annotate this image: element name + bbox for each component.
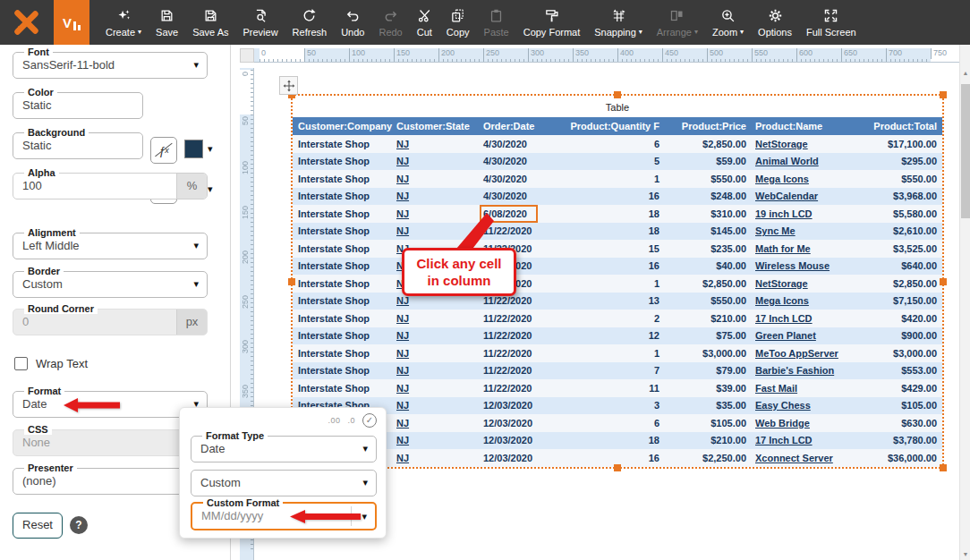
cell-quantity[interactable]: 16 xyxy=(538,449,667,467)
cell-total[interactable]: $36,000.00 xyxy=(872,449,942,467)
cell-order-date[interactable]: 11/22/2020 xyxy=(480,379,538,397)
cell-state[interactable]: NJ xyxy=(393,310,480,327)
cell-state[interactable]: NJ xyxy=(393,344,480,362)
cell-quantity[interactable]: 1 xyxy=(538,275,667,293)
cell-total[interactable]: $5,580.00 xyxy=(872,205,942,223)
decrease-decimal-icon[interactable]: .0 xyxy=(347,416,355,425)
help-icon[interactable]: ? xyxy=(70,516,88,534)
color-formula-button[interactable]: ƒx xyxy=(150,137,177,164)
cell-product-name[interactable]: Animal World xyxy=(752,153,872,171)
toolbar-button-undo[interactable]: Undo▾ xyxy=(334,0,371,45)
cell-order-date[interactable]: 12/03/2020 xyxy=(480,414,538,432)
cell-product-name[interactable]: NetStorage xyxy=(752,275,872,293)
cell-state[interactable]: NJ xyxy=(393,379,480,397)
cell-company[interactable]: Interstate Shop xyxy=(293,240,393,258)
cell-state[interactable]: NJ xyxy=(393,397,480,415)
cell-order-date[interactable]: 4/30/2020 xyxy=(480,188,538,206)
cell-price[interactable]: $75.00 xyxy=(667,327,752,345)
toolbar-button-preview[interactable]: Preview▾ xyxy=(235,0,285,45)
cell-quantity[interactable]: 18 xyxy=(538,432,667,450)
cell-total[interactable]: $420.00 xyxy=(872,310,942,327)
cell-quantity[interactable]: 5 xyxy=(538,153,667,171)
cell-state[interactable]: NJ xyxy=(393,170,480,188)
cell-state[interactable]: NJ xyxy=(393,449,480,467)
toolbar-button-zoom[interactable]: Zoom▾ xyxy=(705,0,751,45)
cell-price[interactable]: $310.00 xyxy=(667,205,752,223)
cell-price[interactable]: $40.00 xyxy=(667,258,752,276)
cell-quantity[interactable]: 6 xyxy=(538,414,667,432)
cell-price[interactable]: $145.00 xyxy=(667,223,752,241)
cell-quantity[interactable]: 6 xyxy=(538,135,667,153)
cell-company[interactable]: Interstate Shop xyxy=(293,188,393,206)
cell-quantity[interactable]: 2 xyxy=(538,310,667,327)
header-customer-company[interactable]: Customer:Company xyxy=(293,117,393,135)
cell-quantity[interactable]: 12 xyxy=(538,327,667,345)
cell-total[interactable]: $630.00 xyxy=(872,414,942,432)
cell-order-date[interactable]: 12/03/2020 xyxy=(480,449,538,467)
cell-total[interactable]: $900.00 xyxy=(872,327,942,345)
cell-product-name[interactable]: Mega Icons xyxy=(752,170,872,188)
cell-quantity[interactable]: 16 xyxy=(538,188,667,206)
cell-state[interactable]: NJ xyxy=(393,153,480,171)
format-style-select[interactable]: Custom ▾ xyxy=(191,470,377,496)
scrollbar-thumb[interactable] xyxy=(961,84,970,218)
cell-price[interactable]: $79.00 xyxy=(667,362,752,380)
cell-price[interactable]: $550.00 xyxy=(667,170,752,188)
cell-price[interactable]: $35.00 xyxy=(667,397,752,415)
cell-total[interactable]: $429.00 xyxy=(872,379,942,397)
alpha-field[interactable]: Alpha 100 % xyxy=(13,173,208,199)
cell-price[interactable]: $248.00 xyxy=(667,188,752,206)
cell-order-date[interactable]: 12/03/2020 xyxy=(480,397,538,415)
cell-quantity[interactable]: 18 xyxy=(538,205,667,223)
cell-price[interactable]: $235.00 xyxy=(667,240,752,258)
cell-product-name[interactable]: NetStorage xyxy=(752,135,872,153)
cell-quantity[interactable]: 18 xyxy=(538,223,667,241)
cell-price[interactable]: $2,850.00 xyxy=(667,275,752,293)
cell-total[interactable]: $3,968.00 xyxy=(872,188,942,206)
border-field[interactable]: Border Custom ▾ xyxy=(13,271,208,298)
cell-total[interactable]: $3,525.00 xyxy=(872,240,942,258)
cell-company[interactable]: Interstate Shop xyxy=(293,258,393,276)
cell-quantity[interactable]: 7 xyxy=(538,362,667,380)
cell-product-name[interactable]: Wireless Mouse xyxy=(752,258,872,276)
cell-product-name[interactable]: Mega Icons xyxy=(752,293,872,310)
cell-price[interactable]: $105.00 xyxy=(667,414,752,432)
toolbar-button-refresh[interactable]: Refresh▾ xyxy=(285,0,335,45)
cell-state[interactable]: NJ xyxy=(393,414,480,432)
cell-product-name[interactable]: Math for Me xyxy=(752,240,872,258)
cell-order-date[interactable]: 4/30/2020 xyxy=(480,135,538,153)
cell-state[interactable]: NJ xyxy=(393,362,480,380)
toolbar-button-copy-format[interactable]: Copy Format▾ xyxy=(516,0,588,45)
alignment-field[interactable]: Alignment Left Middle ▾ xyxy=(13,233,208,259)
cell-state[interactable]: NJ xyxy=(393,432,480,450)
toolbar-button-redo[interactable]: Redo▾ xyxy=(371,0,409,45)
cell-product-name[interactable]: Barbie's Fashion xyxy=(752,362,872,380)
cell-total[interactable]: $553.00 xyxy=(872,362,942,380)
cell-price[interactable]: $550.00 xyxy=(667,293,752,310)
wrap-text-checkbox[interactable] xyxy=(14,357,28,370)
header-product-name[interactable]: Product:Name xyxy=(752,117,872,135)
toolbar-button-paste[interactable]: Paste▾ xyxy=(477,0,516,45)
cell-quantity[interactable]: 1 xyxy=(538,170,667,188)
table-move-handle[interactable] xyxy=(279,76,298,95)
cell-total[interactable]: $3,000.00 xyxy=(872,344,942,362)
canvas-vertical-scrollbar[interactable]: ▲ ▼ xyxy=(959,45,970,560)
color-swatch-picker[interactable]: ▾ xyxy=(184,140,213,158)
cell-total[interactable]: $295.00 xyxy=(872,153,942,171)
cell-product-name[interactable]: Fast Mail xyxy=(752,379,872,397)
font-field[interactable]: Font SansSerif-11-bold ▾ xyxy=(13,52,208,79)
cell-total[interactable]: $3,780.00 xyxy=(872,432,942,450)
header-product-price[interactable]: Product:Price xyxy=(667,117,752,135)
cell-total[interactable]: $7,150.00 xyxy=(872,293,942,310)
active-tool-button[interactable]: V xyxy=(54,0,89,45)
header-customer-state[interactable]: Customer:State xyxy=(393,117,480,135)
header-product-quantity[interactable]: Product:Quantity F xyxy=(538,117,667,135)
format-type-field[interactable]: Format Type Date ▾ xyxy=(191,436,377,462)
apply-check-icon[interactable]: ✓ xyxy=(362,413,377,428)
cell-company[interactable]: Interstate Shop xyxy=(293,223,393,241)
cell-company[interactable]: Interstate Shop xyxy=(293,344,393,362)
toolbar-button-cut[interactable]: Cut▾ xyxy=(410,0,439,45)
cell-state[interactable]: NJ xyxy=(393,327,480,345)
cell-company[interactable]: Interstate Shop xyxy=(293,135,393,153)
header-order-date[interactable]: Order:Date xyxy=(480,117,538,135)
